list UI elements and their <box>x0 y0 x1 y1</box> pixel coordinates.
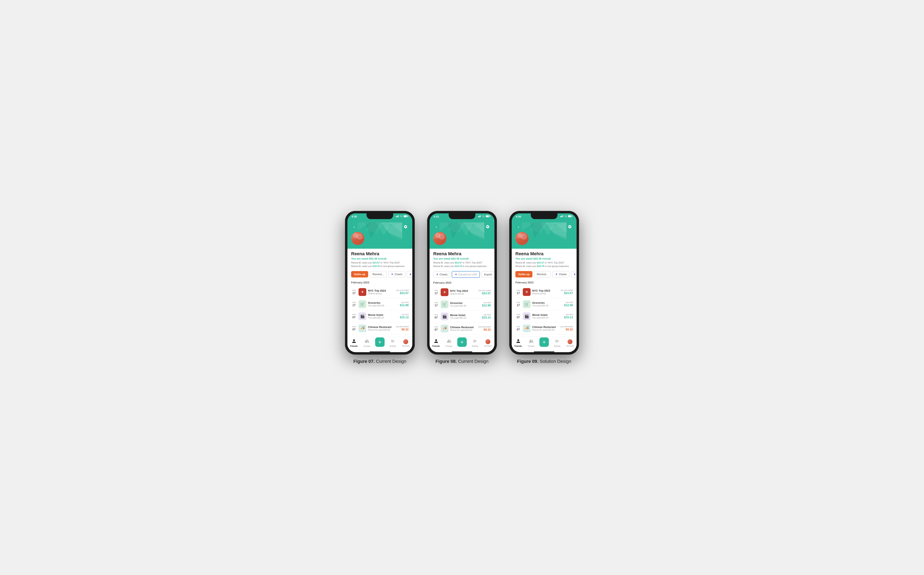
export-button[interactable]: Export <box>481 271 494 278</box>
expense-sub: You paid $25.95 <box>368 304 398 307</box>
more-button[interactable]: ▼ <box>571 271 576 278</box>
expense-label: you borrowed <box>478 326 491 328</box>
expense-item[interactable]: Feb 07 🍜 Chinese Resturant Reena M. paid… <box>515 322 573 335</box>
charts-button[interactable]: ▼ Charts <box>388 271 405 278</box>
back-button[interactable]: ‹ <box>351 224 357 230</box>
expense-item[interactable]: Feb 17 🛒 Groceries You paid $25.95 you l… <box>351 298 409 310</box>
expense-item[interactable]: Feb 07 🎬 Movie ticket You paid $30.25 yo… <box>351 310 409 322</box>
settings-button[interactable] <box>484 224 491 230</box>
nav-label-groups: Groups <box>364 345 370 347</box>
nav-item-activity[interactable]: Activity <box>388 339 398 347</box>
settle-up-button[interactable]: Settle up <box>351 271 368 278</box>
remind-button[interactable]: Remind... <box>370 271 387 278</box>
account-avatar <box>568 339 573 344</box>
expense-sub: You paid $25.95 <box>532 304 562 307</box>
nav-item-account[interactable]: Account <box>483 339 493 347</box>
figures-container: 4:30 ‹ <box>345 211 579 364</box>
nav-label-account: Account <box>402 345 410 347</box>
expense-label: you lent <box>400 313 409 316</box>
expense-date: Feb 17 <box>515 289 521 295</box>
account-avatar <box>486 339 491 344</box>
nav-label-activity: Activity <box>472 345 478 347</box>
phone-notch <box>449 213 475 219</box>
expense-name: Chinese Resturant <box>532 326 559 329</box>
remind-button[interactable]: Remind... <box>534 271 551 278</box>
phone-screen: 4:31 ‹ <box>430 213 494 352</box>
nav-label-activity: Activity <box>389 345 396 347</box>
status-icons <box>560 215 573 218</box>
svg-rect-17 <box>479 216 480 217</box>
expense-icon: 🍜 <box>523 324 530 332</box>
header-nav: ‹ <box>433 222 491 232</box>
nav-item-friends[interactable]: Friends <box>513 339 523 347</box>
expense-date: Feb 07 <box>433 314 439 319</box>
nav-item-friends[interactable]: Friends <box>349 339 359 347</box>
expense-sub: Reena M. paid $18.65 <box>532 329 559 331</box>
nav-item-groups[interactable]: Groups <box>362 339 372 347</box>
phone-fig08: 4:31 ‹ <box>427 211 497 355</box>
expense-item[interactable]: Feb 07 🍜 Chinese Resturant Reena M. paid… <box>433 322 491 335</box>
charts-button[interactable]: ▼ Charts <box>433 271 450 278</box>
activity-icon <box>555 339 559 345</box>
phone-header: ‹ <box>512 222 576 249</box>
expense-name: Chinese Resturant <box>368 326 394 329</box>
nav-item-account[interactable]: Account <box>565 339 575 347</box>
groups-icon <box>365 339 369 345</box>
svg-rect-16 <box>479 216 479 217</box>
user-name: Reena Mehra <box>351 251 409 256</box>
status-icons <box>478 215 491 218</box>
expense-icon: 🎬 <box>523 312 530 320</box>
nav-item-account[interactable]: Account <box>401 339 411 347</box>
expense-item[interactable]: Feb 07 🍜 Chinese Resturant Reena M. paid… <box>351 322 409 335</box>
nav-item-groups[interactable]: Groups <box>526 339 536 347</box>
charts-button[interactable]: ▼ Charts <box>552 271 569 278</box>
settings-button[interactable] <box>402 224 409 230</box>
user-avatar <box>351 232 409 245</box>
nav-item-activity[interactable]: Activity <box>470 339 480 347</box>
nav-item-groups[interactable]: Groups <box>444 339 454 347</box>
expense-icon: ✈ <box>523 288 530 296</box>
svg-rect-36 <box>568 216 571 217</box>
activity-icon <box>473 339 477 345</box>
figure-caption-fig07: Figure 07. Current Design <box>353 359 406 364</box>
convert-button[interactable]: ▼ Convert to USD <box>452 271 480 278</box>
nav-add-button[interactable]: + <box>539 340 549 347</box>
nav-label-groups: Groups <box>528 345 535 347</box>
expense-sub: Reena M. paid $18.65 <box>450 329 476 331</box>
expense-list: Feb 17 ✈ NYC Trip 2023 Shared group you … <box>515 286 573 335</box>
expense-name: Movie ticket <box>532 313 562 316</box>
svg-rect-7 <box>408 216 408 217</box>
action-buttons: ▼ Charts ▼ Convert to USD Export <box>433 271 491 278</box>
expense-item[interactable]: Feb 07 🎬 Movie ticket You paid $30.25 yo… <box>433 310 491 322</box>
svg-rect-33 <box>562 215 563 217</box>
expense-item[interactable]: Feb 17 🛒 Groceries You paid $25.95 you l… <box>433 299 491 310</box>
expense-name: Movie ticket <box>368 313 398 316</box>
nav-label-account: Account <box>484 345 492 347</box>
expense-icon: 🍜 <box>359 324 366 332</box>
svg-point-19 <box>483 217 484 217</box>
nav-item-friends[interactable]: Friends <box>431 339 441 347</box>
expense-item[interactable]: Feb 17 ✈ NYC Trip 2023 Shared group you … <box>351 286 409 298</box>
expense-icon: 🛒 <box>359 300 366 308</box>
back-button[interactable]: ‹ <box>515 224 522 230</box>
more-button[interactable]: ▼ <box>407 271 412 278</box>
expense-value: $15.13 <box>400 316 409 319</box>
nav-item-activity[interactable]: Activity <box>552 339 562 347</box>
svg-rect-6 <box>404 216 406 217</box>
expense-value: $12.98 <box>400 303 409 307</box>
phone-header: ‹ <box>430 222 494 249</box>
expense-item[interactable]: Feb 17 🛒 Groceries You paid $25.95 you l… <box>515 298 573 310</box>
status-time: 4:31 <box>433 215 439 218</box>
expense-item[interactable]: Feb 07 🎬 Movie ticket You paid $30.25 yo… <box>515 310 573 322</box>
settings-button[interactable] <box>567 224 573 230</box>
section-month: February 2023 <box>351 281 409 284</box>
expense-icon: 🍜 <box>441 325 448 332</box>
back-button[interactable]: ‹ <box>433 224 440 230</box>
expense-item[interactable]: Feb 17 ✈ NYC Trip 2023 Shared group you … <box>433 286 491 299</box>
user-avatar <box>433 232 491 245</box>
settle-up-button[interactable]: Settle up <box>515 271 532 278</box>
expense-item[interactable]: Feb 17 ✈ NYC Trip 2023 Shared group you … <box>515 286 573 298</box>
nav-add-button[interactable]: + <box>375 340 385 347</box>
nav-add-button[interactable]: + <box>457 340 467 347</box>
svg-point-4 <box>401 217 402 217</box>
